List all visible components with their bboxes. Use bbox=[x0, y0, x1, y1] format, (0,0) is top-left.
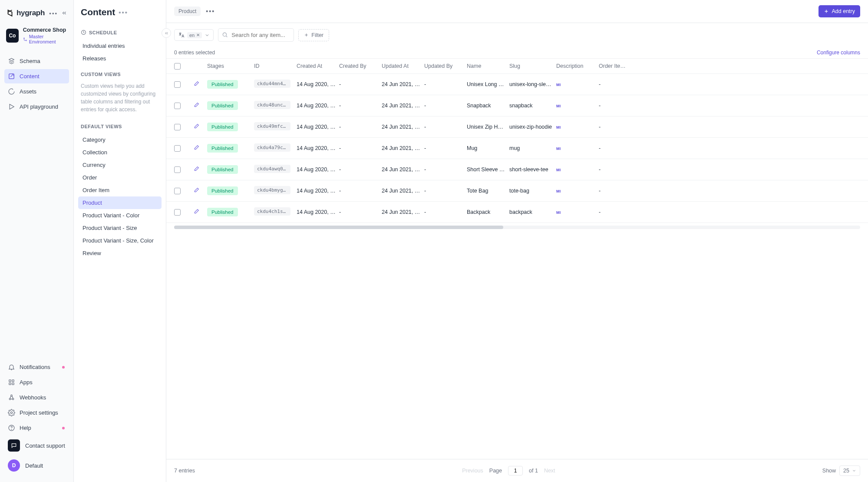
table-row[interactable]: Published ckdu44mn40g... 14 Aug 2020, 12… bbox=[166, 74, 868, 95]
edit-row-icon[interactable] bbox=[193, 102, 199, 110]
language-selector[interactable]: en ✕ bbox=[174, 29, 214, 41]
col-stages[interactable]: Stages bbox=[207, 63, 254, 69]
table-row[interactable]: Published ckdu49mfc0h... 14 Aug 2020, 12… bbox=[166, 116, 868, 138]
col-created-by[interactable]: Created By bbox=[339, 63, 382, 69]
row-checkbox[interactable] bbox=[174, 209, 181, 216]
col-id[interactable]: ID bbox=[254, 63, 297, 69]
default-view-item[interactable]: Product Variant - Size, Color bbox=[78, 234, 162, 247]
chat-icon bbox=[8, 439, 20, 452]
edit-row-icon[interactable] bbox=[193, 123, 199, 131]
schedule-item[interactable]: Releases bbox=[78, 52, 162, 65]
row-order-items: - bbox=[599, 188, 629, 194]
row-id[interactable]: ckdu48unc0gz... bbox=[254, 101, 290, 109]
default-view-item[interactable]: Product bbox=[78, 196, 162, 209]
edit-row-icon[interactable] bbox=[193, 81, 199, 88]
breadcrumb-menu[interactable]: ••• bbox=[206, 8, 215, 15]
default-view-item[interactable]: Collection bbox=[78, 146, 162, 159]
help-dot bbox=[62, 427, 65, 429]
default-view-item[interactable]: Currency bbox=[78, 159, 162, 171]
table-wrapper[interactable]: Stages ID Created At Created By Updated … bbox=[166, 58, 868, 459]
table-row[interactable]: Published ckdu4bmyg0h... 14 Aug 2020, 12… bbox=[166, 180, 868, 202]
add-entry-button[interactable]: Add entry bbox=[818, 5, 860, 17]
horizontal-scrollbar[interactable] bbox=[174, 226, 860, 229]
default-view-item[interactable]: Order bbox=[78, 171, 162, 184]
nav-help[interactable]: Help bbox=[4, 421, 69, 435]
edit-row-icon[interactable] bbox=[193, 209, 199, 216]
col-order-items[interactable]: Order Items bbox=[599, 63, 629, 69]
nav-notifications[interactable]: Notifications bbox=[4, 360, 69, 374]
table-row[interactable]: Published ckdu48unc0gz... 14 Aug 2020, 1… bbox=[166, 95, 868, 116]
row-created-by: - bbox=[339, 81, 382, 87]
row-checkbox[interactable] bbox=[174, 81, 181, 88]
nav-content[interactable]: Content bbox=[4, 69, 69, 83]
filter-button[interactable]: Filter bbox=[298, 29, 329, 41]
svg-point-8 bbox=[9, 398, 11, 400]
row-id[interactable]: ckdu4bmyg0h... bbox=[254, 186, 290, 194]
pager-next[interactable]: Next bbox=[544, 468, 555, 474]
collapse-panel-button[interactable] bbox=[162, 28, 171, 38]
pager-page-input[interactable] bbox=[508, 466, 523, 475]
col-name[interactable]: Name bbox=[467, 63, 509, 69]
row-checkbox[interactable] bbox=[174, 103, 181, 109]
select-all-checkbox[interactable] bbox=[174, 63, 181, 70]
col-updated-by[interactable]: Updated By bbox=[424, 63, 467, 69]
row-id[interactable]: ckdu4awq00h... bbox=[254, 165, 290, 173]
default-view-item[interactable]: Category bbox=[78, 133, 162, 146]
col-created-at[interactable]: Created At bbox=[297, 63, 339, 69]
configure-columns-link[interactable]: Configure columns bbox=[817, 50, 860, 56]
project-menu-dots[interactable]: ••• bbox=[49, 10, 58, 17]
nav-apps[interactable]: Apps bbox=[4, 375, 69, 389]
schema-icon bbox=[8, 57, 15, 65]
breadcrumb-model[interactable]: Product bbox=[174, 7, 201, 16]
row-id[interactable]: ckdu4a79c0h... bbox=[254, 143, 290, 152]
edit-row-icon[interactable] bbox=[193, 166, 199, 173]
row-updated-by: - bbox=[424, 81, 467, 87]
nav-assets[interactable]: Assets bbox=[4, 84, 69, 99]
nav-user[interactable]: D Default bbox=[4, 456, 69, 475]
row-id[interactable]: ckdu44mn40g... bbox=[254, 80, 290, 88]
row-checkbox[interactable] bbox=[174, 188, 181, 194]
collapse-sidebar-icon[interactable] bbox=[61, 10, 67, 16]
col-description[interactable]: Description bbox=[556, 63, 599, 69]
row-updated-at: 24 Jun 2021, 18:53 bbox=[382, 166, 424, 173]
col-slug[interactable]: Slug bbox=[509, 63, 556, 69]
table-row[interactable]: Published ckdu4a79c0h... 14 Aug 2020, 12… bbox=[166, 138, 868, 159]
assets-icon bbox=[8, 88, 15, 95]
nav-contact-support[interactable]: Contact support bbox=[4, 436, 69, 455]
edit-row-icon[interactable] bbox=[193, 145, 199, 152]
row-updated-at: 24 Jun 2021, 18:53 bbox=[382, 124, 424, 130]
row-id[interactable]: ckdu4ch1s0h1... bbox=[254, 207, 290, 216]
row-created-by: - bbox=[339, 188, 382, 194]
col-updated-at[interactable]: Updated At bbox=[382, 63, 424, 69]
row-checkbox[interactable] bbox=[174, 166, 181, 173]
svg-point-9 bbox=[12, 398, 14, 400]
table-row[interactable]: Published ckdu4ch1s0h1... 14 Aug 2020, 1… bbox=[166, 202, 868, 223]
page-size-select[interactable]: 25 bbox=[839, 465, 860, 476]
row-updated-by: - bbox=[424, 103, 467, 109]
row-updated-at: 24 Jun 2021, 18:53 bbox=[382, 145, 424, 151]
nav-webhooks[interactable]: Webhooks bbox=[4, 390, 69, 405]
default-view-item[interactable]: Product Variant - Color bbox=[78, 209, 162, 222]
row-id[interactable]: ckdu49mfc0h... bbox=[254, 122, 290, 130]
default-view-item[interactable]: Order Item bbox=[78, 184, 162, 196]
pager-previous[interactable]: Previous bbox=[462, 468, 483, 474]
row-checkbox[interactable] bbox=[174, 145, 181, 152]
content-title-menu[interactable]: ••• bbox=[119, 9, 128, 16]
project-block[interactable]: Co Commerce Shop Master Environment bbox=[0, 24, 73, 52]
row-slug: mug bbox=[509, 145, 556, 151]
search-input[interactable] bbox=[218, 28, 294, 42]
custom-views-description: Custom views help you add customized vie… bbox=[78, 81, 162, 117]
default-view-item[interactable]: Product Variant - Size bbox=[78, 222, 162, 234]
row-checkbox[interactable] bbox=[174, 124, 181, 130]
table-row[interactable]: Published ckdu4awq00h... 14 Aug 2020, 12… bbox=[166, 159, 868, 180]
nav-api-playground[interactable]: API playground bbox=[4, 100, 69, 114]
edit-row-icon[interactable] bbox=[193, 187, 199, 195]
nav-schema[interactable]: Schema bbox=[4, 54, 69, 68]
language-chip[interactable]: en ✕ bbox=[187, 32, 202, 38]
nav-project-settings[interactable]: Project settings bbox=[4, 406, 69, 420]
remove-lang-icon[interactable]: ✕ bbox=[196, 33, 200, 37]
svg-point-15 bbox=[223, 33, 227, 36]
schedule-item[interactable]: Individual entries bbox=[78, 40, 162, 52]
default-view-item[interactable]: Review bbox=[78, 247, 162, 259]
notification-dot bbox=[62, 366, 65, 369]
